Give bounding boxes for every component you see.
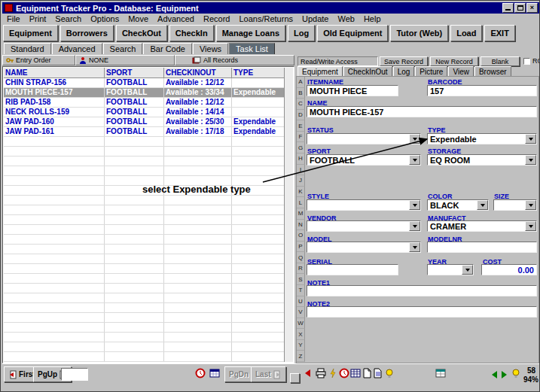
goto-record-input[interactable] (61, 368, 88, 381)
column-header-sport[interactable]: SPORT (105, 68, 164, 77)
chevron-down-icon[interactable] (409, 242, 420, 252)
sort-none[interactable]: NONE (75, 55, 175, 65)
alphabet-l[interactable]: L (297, 197, 305, 208)
toolbar-button-borrowers[interactable]: Borrowers (60, 25, 114, 41)
table-row[interactable]: MOUTH PIECE-157FOOTBALLAvailable : 33/34… (4, 88, 284, 98)
alphabet-j[interactable]: J (297, 175, 305, 187)
table-row-empty[interactable] (4, 196, 284, 205)
model-select[interactable] (307, 242, 421, 253)
column-header-checkinout[interactable]: CHECKINOUT (164, 68, 232, 77)
alphabet-n[interactable]: N (297, 220, 305, 231)
column-header-type[interactable]: TYPE (232, 68, 284, 77)
clock-icon[interactable] (195, 368, 206, 379)
note2-input[interactable] (307, 306, 537, 318)
table-row-empty[interactable] (4, 254, 284, 264)
cost-input[interactable]: 0.00 (481, 264, 537, 275)
alphabet-o[interactable]: O (297, 230, 305, 242)
document2-icon[interactable] (372, 368, 383, 379)
menu-file[interactable]: File (2, 14, 25, 23)
chevron-down-icon[interactable] (525, 134, 536, 144)
lightbulb2-icon[interactable] (511, 368, 522, 379)
table-row-empty[interactable] (4, 156, 284, 166)
table-row-empty[interactable] (4, 166, 284, 176)
new-record-button[interactable]: New Record (430, 56, 478, 66)
ro-checkbox[interactable] (523, 58, 530, 65)
alphabet-v[interactable]: V (297, 307, 305, 318)
toolbar-button-manage-loans[interactable]: Manage Loans (216, 25, 285, 41)
back-arrow-icon[interactable] (302, 368, 313, 379)
detail-tab-view[interactable]: View (448, 66, 474, 77)
table-row[interactable]: RIB PAD-158FOOTBALLAvailable : 12/12 (4, 98, 284, 108)
print-icon[interactable] (316, 368, 327, 379)
toolbar-button-log[interactable]: Log (288, 25, 315, 41)
table-row-empty[interactable] (4, 293, 284, 303)
year-select[interactable] (427, 264, 474, 275)
calc-icon[interactable] (350, 368, 362, 379)
size-select[interactable] (493, 199, 537, 211)
menu-record[interactable]: Record (199, 14, 234, 23)
alphabet-h[interactable]: H (297, 153, 305, 165)
chevron-down-icon[interactable] (525, 155, 536, 165)
chevron-down-icon[interactable] (409, 200, 420, 210)
alphabet-f[interactable]: F (297, 132, 305, 143)
alphabet-w[interactable]: W (297, 318, 305, 330)
toolbar-button-old-equipment[interactable]: Old Equipment (317, 25, 388, 41)
chevron-down-icon[interactable] (462, 265, 473, 275)
alphabet-a[interactable]: A (297, 77, 305, 88)
minimize-button[interactable] (502, 3, 514, 13)
last-button[interactable]: Last (251, 366, 286, 382)
storage-select[interactable]: EQ ROOM (427, 154, 537, 166)
table-row-empty[interactable] (4, 235, 284, 245)
tab-standard[interactable]: Standard (4, 43, 51, 54)
save-record-button[interactable]: Save Record (380, 56, 428, 66)
table-row-empty[interactable] (4, 264, 284, 274)
chevron-down-icon[interactable] (409, 155, 420, 165)
table-row-empty[interactable] (4, 303, 284, 313)
table-row-empty[interactable] (4, 205, 284, 215)
alphabet-u[interactable]: U (297, 296, 305, 308)
tab-bar-code[interactable]: Bar Code (143, 43, 191, 54)
alphabet-g[interactable]: G (297, 142, 305, 153)
table-row[interactable]: JAW PAD-161FOOTBALLAvailable : 17/18Expe… (4, 127, 284, 137)
alphabet-p[interactable]: P (297, 242, 305, 253)
menu-web[interactable]: Web (333, 14, 358, 23)
sport-select[interactable]: FOOTBALL (307, 154, 421, 166)
alphabet-r[interactable]: R (297, 263, 305, 275)
table-row-empty[interactable] (4, 313, 284, 323)
alphabet-t[interactable]: T (297, 285, 305, 296)
menu-help[interactable]: Help (359, 14, 386, 23)
sort-all-records[interactable]: All Records (175, 55, 294, 65)
status-select[interactable] (307, 133, 421, 144)
alphabet-m[interactable]: M (297, 208, 305, 220)
alphabet-z[interactable]: Z (297, 351, 305, 362)
table-row-empty[interactable] (4, 333, 284, 342)
table-row-empty[interactable] (4, 352, 284, 362)
alphabet-i[interactable]: I (297, 165, 305, 176)
alphabet-s[interactable]: S (297, 274, 305, 285)
toolbar-button-tutor-web[interactable]: Tutor (Web) (390, 25, 448, 41)
table-row-empty[interactable] (4, 274, 284, 284)
chevron-down-icon[interactable] (477, 200, 488, 210)
barcode-input[interactable]: 157 (427, 85, 537, 96)
alphabet-e[interactable]: E (297, 120, 305, 132)
toolbar-button-load[interactable]: Load (450, 25, 482, 41)
alphabet-c[interactable]: C (297, 99, 305, 110)
clock2-icon[interactable] (339, 368, 350, 379)
chevron-down-icon[interactable] (409, 221, 420, 231)
table-row-empty[interactable] (4, 215, 284, 225)
serial-input[interactable] (307, 264, 398, 275)
detail-tab-browser[interactable]: Browser (474, 66, 511, 77)
close-button[interactable]: × (526, 3, 538, 13)
table-row-empty[interactable] (4, 323, 284, 333)
chevron-down-icon[interactable] (525, 200, 536, 210)
sort-entry-order[interactable]: Entry Order (2, 55, 75, 65)
alphabet-k[interactable]: K (297, 187, 305, 198)
alphabet-x[interactable]: X (297, 329, 305, 340)
detail-tab-log[interactable]: Log (393, 66, 415, 77)
toolbar-button-exit[interactable]: EXIT (484, 25, 514, 41)
table-row-empty[interactable] (4, 225, 284, 235)
blank-button[interactable]: Blank (481, 56, 520, 66)
menu-print[interactable]: Print (25, 14, 51, 23)
itemname-input[interactable]: MOUTH PIECE (307, 85, 398, 96)
menu-update[interactable]: Update (297, 14, 333, 23)
